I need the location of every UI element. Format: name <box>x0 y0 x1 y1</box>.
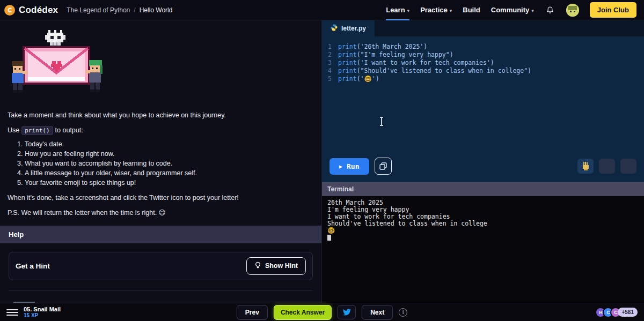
code-args: ('I want to work for tech companies') <box>357 59 494 67</box>
nav-item-build[interactable]: Build <box>463 0 480 20</box>
mouse-text-cursor <box>381 118 382 125</box>
twitter-note: When it's done, take a screenshot and cl… <box>8 193 312 203</box>
exercise-title: 05. Snail Mail <box>24 306 61 312</box>
code-args: ('🤓') <box>357 75 379 83</box>
line-number: 3 <box>322 59 338 67</box>
hint-box: Get a Hint Show Hint <box>9 252 313 280</box>
lesson-step-1: Today's date. <box>25 140 312 148</box>
code-line-1: 1print('26th March 2025') <box>322 43 644 51</box>
terminal-line-4: Should've listened to class when in coll… <box>327 220 639 227</box>
high-five-button[interactable] <box>577 159 594 174</box>
chevron-down-icon: ▾ <box>531 8 534 13</box>
prev-button[interactable]: Prev <box>237 305 268 320</box>
code-keyword: print <box>338 75 357 83</box>
online-count-badge: +581 <box>618 308 638 317</box>
nav-item-learn-label: Learn <box>386 6 405 14</box>
terminal-title: Terminal <box>327 185 354 193</box>
exercise-xp-badge: 15 XP <box>24 312 61 318</box>
logo-text: Codédex <box>19 5 58 16</box>
bottom-bar: 05. Snail Mail 15 XP Prev Check Answer N… <box>0 303 644 321</box>
hint-title: Get a Hint <box>16 262 50 270</box>
reaction-button-2[interactable] <box>599 159 615 174</box>
top-nav: Codédex The Legend of Python / Hello Wor… <box>0 0 644 20</box>
editor-panel: letter.py 1print('26th March 2025') 2pri… <box>322 20 644 303</box>
instruction-prefix: Use <box>8 126 19 134</box>
notification-bell-icon[interactable] <box>545 5 555 16</box>
line-number: 2 <box>322 51 338 59</box>
lesson-step-2: How you are feeling right now. <box>25 150 312 158</box>
nav-item-build-label: Build <box>463 6 480 14</box>
lightbulb-icon <box>254 262 261 271</box>
python-icon <box>331 24 338 33</box>
nav-item-practice-label: Practice <box>420 6 448 14</box>
next-button[interactable]: Next <box>362 305 393 320</box>
tab-letter-py[interactable]: letter.py <box>322 20 375 36</box>
code-editor[interactable]: 1print('26th March 2025') 2print("I'm fe… <box>322 36 644 182</box>
code-args: ("Should've listened to class when in co… <box>357 67 531 75</box>
breadcrumb-separator: / <box>134 6 135 14</box>
join-club-button[interactable]: Join Club <box>590 2 636 18</box>
copy-code-button[interactable] <box>375 158 392 175</box>
help-section-header: Help <box>0 226 321 243</box>
terminal-output[interactable]: 26th March 2025 I'm feeling very happy I… <box>322 196 644 303</box>
nav-item-community-label: Community <box>491 6 530 14</box>
code-line-2: 2print("I'm feeling very happy") <box>322 51 644 59</box>
code-line-3: 3print('I want to work for tech companie… <box>322 59 644 67</box>
show-hint-button[interactable]: Show Hint <box>246 257 306 275</box>
reaction-button-3[interactable] <box>620 159 636 174</box>
line-number: 1 <box>322 43 338 51</box>
info-icon[interactable]: i <box>399 308 407 317</box>
terminal-line-5: 🤓 <box>327 227 639 234</box>
breadcrumb-page: Hello World <box>140 6 173 14</box>
line-number: 5 <box>322 75 338 83</box>
chapter-list-icon[interactable] <box>6 307 18 318</box>
breadcrumb: The Legend of Python / Hello World <box>67 6 172 14</box>
instruction-suffix: to output: <box>55 126 83 134</box>
inline-code-print: print() <box>21 126 53 135</box>
run-button[interactable]: ▶Run <box>330 158 369 175</box>
line-number: 4 <box>322 67 338 75</box>
code-args: ("I'm feeling very happy") <box>357 51 453 59</box>
code-keyword: print <box>338 51 357 59</box>
lesson-step-5: Your favorite emoji to spice things up! <box>25 179 312 186</box>
snail-mail-pixel-art <box>10 30 312 103</box>
tab-label: letter.py <box>341 25 366 32</box>
lesson-instruction: Useprint()to output: <box>8 125 312 135</box>
chevron-down-icon: ▾ <box>407 8 410 13</box>
code-keyword: print <box>338 59 357 67</box>
nav-item-learn[interactable]: Learn ▾ <box>386 0 409 20</box>
editor-toolbar: ▶Run <box>330 158 636 175</box>
code-keyword: print <box>338 67 357 75</box>
code-line-5: 5print('🤓') <box>322 75 644 83</box>
check-answer-button[interactable]: Check Answer <box>274 305 332 320</box>
run-label: Run <box>347 162 359 170</box>
user-avatar[interactable] <box>566 4 579 17</box>
code-line-4: 4print("Should've listened to class when… <box>322 67 644 75</box>
terminal-cursor <box>327 235 331 241</box>
lesson-step-3: What you want to accomplish by learning … <box>25 160 312 167</box>
terminal-header: Terminal <box>322 182 644 196</box>
codedex-logo[interactable]: Codédex <box>4 5 58 16</box>
breadcrumb-course[interactable]: The Legend of Python <box>67 6 130 14</box>
lesson-steps-list: Today's date. How you are feeling right … <box>8 140 312 186</box>
online-users: H C C +581 <box>595 307 638 318</box>
chevron-down-icon: ▾ <box>450 8 452 13</box>
nav-item-community[interactable]: Community ▾ <box>491 0 534 20</box>
lesson-intro: Take a moment and think about what you h… <box>8 110 312 120</box>
lesson-panel: Take a moment and think about what you h… <box>0 20 322 303</box>
twitter-share-button[interactable] <box>338 305 356 319</box>
show-hint-label: Show Hint <box>265 262 298 270</box>
nav-item-practice[interactable]: Practice ▾ <box>420 0 452 20</box>
logo-coin-icon <box>4 5 15 16</box>
code-keyword: print <box>338 43 357 51</box>
editor-tabbar: letter.py <box>322 20 644 36</box>
divider <box>9 290 313 290</box>
code-args: ('26th March 2025') <box>357 43 428 51</box>
lesson-step-4: A little message to your older, wiser, a… <box>25 169 312 177</box>
ps-note: P.S. We will return the letter when the … <box>8 208 312 218</box>
terminal: Terminal 26th March 2025 I'm feeling ver… <box>322 182 644 303</box>
play-icon: ▶ <box>339 163 342 169</box>
